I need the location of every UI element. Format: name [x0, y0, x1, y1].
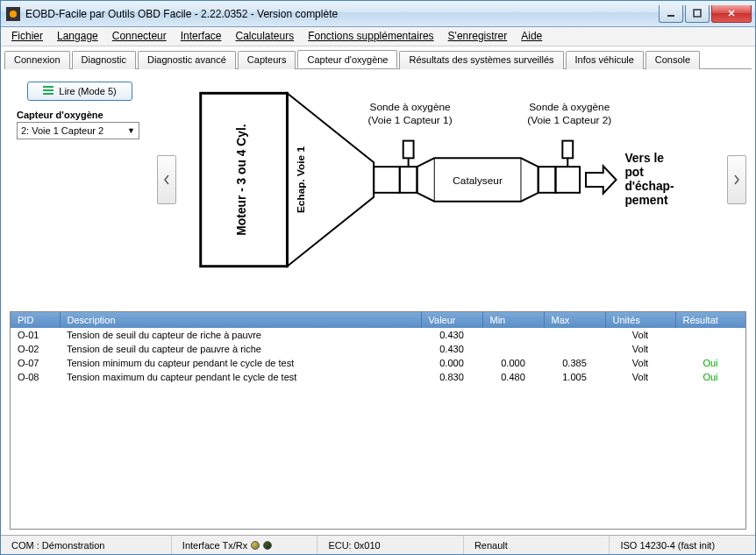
svg-rect-16 [555, 167, 580, 193]
cell-pid: O-01 [11, 328, 60, 342]
cell-desc: Tension de seuil du capteur de pauvre à … [60, 342, 421, 356]
cell-max: 1.005 [544, 370, 605, 384]
tab-diagnostic[interactable]: Diagnostic [72, 51, 136, 69]
status-proto: ISO 14230-4 (fast init) [610, 536, 755, 554]
out-label-4: pement [624, 193, 667, 207]
cell-res: Oui [675, 356, 745, 370]
th-res[interactable]: Résultat [675, 312, 745, 328]
menu-senregistrer[interactable]: S'enregistrer [441, 27, 515, 46]
status-brand: Renault [464, 536, 610, 554]
tab-resultats[interactable]: Résultats des systèmes surveillés [399, 51, 563, 69]
svg-rect-5 [43, 93, 53, 95]
svg-point-0 [10, 11, 17, 18]
th-pid[interactable]: PID [11, 312, 60, 328]
th-val[interactable]: Valeur [421, 312, 482, 328]
results-table: PID Description Valeur Min Max Unités Ré… [11, 312, 745, 384]
prev-button[interactable] [157, 155, 176, 204]
table-row[interactable]: O-02Tension de seuil du capteur de pauvr… [11, 342, 745, 356]
svg-rect-2 [694, 10, 701, 17]
th-desc[interactable]: Description [60, 312, 421, 328]
sensor-select-label: Capteur d'oxygène [13, 110, 146, 120]
th-min[interactable]: Min [482, 312, 544, 328]
out-label-2: pot [624, 165, 644, 179]
cell-pid: O-07 [11, 356, 60, 370]
cell-res [675, 328, 745, 342]
cell-val: 0.430 [421, 342, 482, 356]
svg-rect-1 [667, 15, 674, 17]
engine-label: Moteur - 3 ou 4 Cyl. [234, 124, 248, 235]
window-buttons [659, 5, 752, 23]
cell-max [544, 328, 605, 342]
th-unit[interactable]: Unités [605, 312, 675, 328]
cell-min [482, 342, 544, 356]
close-button[interactable] [711, 5, 752, 23]
cell-val: 0.830 [421, 370, 482, 384]
table-row[interactable]: O-07Tension minimum du capteur pendant l… [11, 356, 745, 370]
app-icon [6, 7, 20, 21]
svg-rect-4 [43, 89, 53, 91]
tab-connexion[interactable]: Connexion [4, 51, 70, 69]
results-table-wrap: PID Description Valeur Min Max Unités Ré… [10, 311, 746, 530]
cell-res: Oui [675, 370, 745, 384]
sensor2-title: Sonde à oxygène [529, 101, 610, 113]
exhaust-label: Echap. Voie 1 [295, 146, 307, 213]
cell-max [544, 342, 605, 356]
titlebar: EOBD-Facile par Outils OBD Facile - 2.22… [1, 1, 755, 27]
menu-fonctions[interactable]: Fonctions supplémentaires [301, 27, 440, 46]
cell-unit: Volt [605, 356, 675, 370]
out-label-3: d'échap- [624, 179, 674, 193]
out-label-1: Vers le [624, 151, 664, 165]
minimize-button[interactable] [659, 5, 683, 23]
svg-rect-7 [374, 167, 400, 193]
cell-val: 0.000 [421, 356, 482, 370]
sensor-select-value: 2: Voie 1 Capteur 2 [21, 125, 103, 136]
tab-infos-vehicule[interactable]: Infos véhicule [566, 51, 644, 69]
menu-aide[interactable]: Aide [514, 27, 549, 46]
cell-unit: Volt [605, 342, 675, 356]
table-row[interactable]: O-01Tension de seuil du capteur de riche… [11, 328, 745, 342]
cell-val: 0.430 [421, 328, 482, 342]
list-icon [43, 86, 53, 96]
sensor1-title: Sonde à oxygène [370, 101, 451, 113]
menu-fichier[interactable]: Fichier [4, 27, 50, 46]
rx-led-icon [263, 541, 272, 550]
cell-pid: O-08 [11, 370, 60, 384]
cell-desc: Tension de seuil du capteur de riche à p… [60, 328, 421, 342]
cell-unit: Volt [605, 370, 675, 384]
status-com: COM : Démonstration [1, 536, 172, 554]
menu-connecteur[interactable]: Connecteur [105, 27, 174, 46]
cell-res [675, 342, 745, 356]
maximize-button[interactable] [685, 5, 710, 23]
table-row[interactable]: O-08Tension maximum du capteur pendant l… [11, 370, 745, 384]
tab-capteur-oxygene[interactable]: Capteur d'oxygène [297, 50, 397, 68]
tab-content: Lire (Mode 5) Capteur d'oxygène 2: Voie … [4, 68, 752, 535]
exhaust-diagram: Moteur - 3 ou 4 Cyl. Echap. Voie 1 Sonde… [183, 75, 720, 285]
svg-rect-14 [562, 141, 573, 159]
menu-langage[interactable]: Langage [50, 27, 105, 46]
menu-interface[interactable]: Interface [174, 27, 229, 46]
next-button[interactable] [727, 155, 746, 204]
tx-led-icon [251, 541, 260, 550]
svg-rect-13 [538, 167, 556, 193]
menu-calculateurs[interactable]: Calculateurs [228, 27, 301, 46]
cell-min: 0.000 [482, 356, 544, 370]
tab-diagnostic-avance[interactable]: Diagnostic avancé [138, 51, 236, 69]
svg-rect-8 [403, 141, 414, 159]
tab-console[interactable]: Console [645, 51, 700, 69]
status-interface: Interface Tx/Rx [172, 536, 318, 554]
cell-desc: Tension maximum du capteur pendant le cy… [60, 370, 421, 384]
cell-min [482, 328, 544, 342]
sensor1-sub: (Voie 1 Capteur 1) [368, 114, 453, 126]
cell-max: 0.385 [544, 356, 605, 370]
read-button[interactable]: Lire (Mode 5) [27, 82, 132, 101]
menubar: Fichier Langage Connecteur Interface Cal… [1, 27, 755, 46]
statusbar: COM : Démonstration Interface Tx/Rx ECU:… [1, 535, 755, 554]
th-max[interactable]: Max [544, 312, 605, 328]
cell-pid: O-02 [11, 342, 60, 356]
sensor-select[interactable]: 2: Voie 1 Capteur 2 ▼ [17, 122, 139, 139]
catalyst-label: Catalyseur [453, 174, 503, 187]
cell-min: 0.480 [482, 370, 544, 384]
cell-desc: Tension minimum du capteur pendant le cy… [60, 356, 421, 370]
tab-capteurs[interactable]: Capteurs [238, 51, 296, 69]
read-button-label: Lire (Mode 5) [59, 86, 116, 96]
